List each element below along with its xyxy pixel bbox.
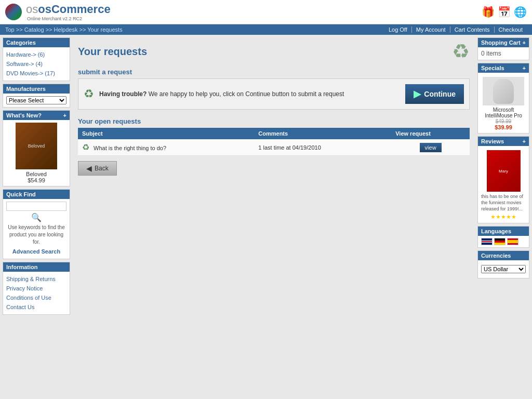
- logo-area: ososCommerce Online Merchant v2.2 RC2: [5, 3, 111, 21]
- info-shipping[interactable]: Shipping & Returns: [6, 274, 66, 284]
- review-product-image[interactable]: Mary: [487, 150, 521, 192]
- nav-logoff[interactable]: Log Off: [384, 26, 412, 33]
- back-label: Back: [95, 165, 109, 172]
- whats-new-more[interactable]: +: [63, 112, 66, 118]
- reviews-content: Mary this has to be one of the funniest …: [478, 146, 529, 223]
- reviews-box: Reviews + Mary this has to be one of the…: [477, 136, 529, 223]
- submit-text: Having trouble? We are happy to help you…: [99, 90, 344, 98]
- languages-content: [478, 236, 529, 247]
- trouble-heading: Having trouble?: [99, 90, 147, 98]
- view-button[interactable]: view: [420, 143, 442, 152]
- main-content: Your requests ♻ submit a request ♻ Havin…: [73, 35, 475, 317]
- header-icons: 🎁 📅 🌐: [482, 6, 527, 18]
- specials-box: Specials + Microsoft IntelliMouse Pro $4…: [477, 63, 529, 134]
- nav-checkout[interactable]: Checkout: [495, 26, 527, 33]
- back-arrow-icon: ◀: [86, 164, 92, 172]
- requests-table: Subject Comments View request ♻ What is …: [78, 128, 470, 156]
- breadcrumb: Top >> Catalog >> Helpdesk >> Your reque…: [5, 26, 123, 33]
- quick-find-content: 🔍 Use keywords to find the product you a…: [3, 199, 70, 259]
- right-sidebar: Shopping Cart + 0 items Specials + Micro…: [475, 35, 532, 317]
- continue-button[interactable]: ▶ Continue: [405, 84, 464, 104]
- shopping-cart-header: Shopping Cart +: [478, 38, 529, 47]
- shopping-cart-content: 0 items: [478, 47, 529, 60]
- specials-more-icon[interactable]: +: [523, 65, 526, 71]
- categories-content: Hardware-> (6) Software-> (4) DVD Movies…: [3, 47, 70, 81]
- review-stars: ★★★★★: [481, 214, 526, 220]
- info-conditions[interactable]: Conditions of Use: [6, 293, 66, 302]
- submit-box: ♻ Having trouble? We are happy to help y…: [78, 78, 470, 110]
- flag-de[interactable]: [494, 238, 506, 245]
- page-title: Your requests: [78, 46, 147, 58]
- categories-box: Categories Hardware-> (6) Software-> (4)…: [3, 37, 70, 81]
- quick-find-box: Quick Find 🔍 Use keywords to find the pr…: [3, 189, 70, 259]
- nav-cart[interactable]: Cart Contents: [450, 26, 495, 33]
- back-button-area: ◀ Back: [78, 161, 470, 176]
- search-icon[interactable]: 🔍: [31, 213, 42, 222]
- navbar: Top >> Catalog >> Helpdesk >> Your reque…: [0, 24, 532, 35]
- cart-more-icon[interactable]: +: [523, 39, 526, 46]
- specials-content: Microsoft IntelliMouse Pro $49.99 $39.99: [478, 73, 529, 133]
- whats-new-box: What's New? + Beloved Beloved $54.99: [3, 110, 70, 187]
- main-layout: Categories Hardware-> (6) Software-> (4)…: [0, 35, 532, 317]
- reviews-more-icon[interactable]: +: [523, 138, 526, 144]
- special-product-image[interactable]: [483, 77, 524, 105]
- product-image[interactable]: Beloved: [16, 123, 57, 169]
- manufacturers-header: Manufacturers: [3, 84, 70, 94]
- whats-new-header: What's New? +: [3, 111, 70, 120]
- quick-find-header: Quick Find: [3, 190, 70, 199]
- calendar-icon[interactable]: 📅: [498, 6, 511, 18]
- info-contact[interactable]: Contact Us: [6, 302, 66, 312]
- continue-arrow-icon: ▶: [414, 88, 421, 100]
- information-header: Information: [3, 262, 70, 272]
- submit-box-inner: ♻ Having trouble? We are happy to help y…: [84, 87, 344, 101]
- whats-new-content: Beloved Beloved $54.99: [3, 120, 70, 186]
- specials-header: Specials +: [478, 63, 529, 73]
- nav-myaccount[interactable]: My Account: [412, 26, 450, 33]
- currency-select[interactable]: US Dollar Euro British Pound: [481, 265, 526, 273]
- row-subject: ♻ What is the right thing to do?: [78, 139, 254, 156]
- categories-header: Categories: [3, 38, 70, 47]
- gift-icon[interactable]: 🎁: [482, 6, 495, 18]
- open-requests-section: Your open requests Subject Comments View…: [78, 117, 470, 156]
- logo-text: ososCommerce: [26, 3, 111, 16]
- nav-links: Log Off My Account Cart Contents Checkou…: [384, 26, 527, 33]
- back-button[interactable]: ◀ Back: [78, 161, 117, 176]
- header: ososCommerce Online Merchant v2.2 RC2 🎁 …: [0, 0, 532, 24]
- submit-title: submit a request: [78, 68, 470, 76]
- trouble-text: We are happy to help you, click on Conti…: [149, 90, 344, 98]
- recycle-icon-small: ♻: [84, 87, 94, 101]
- row-view: view: [391, 139, 470, 156]
- category-software[interactable]: Software-> (4): [6, 59, 66, 69]
- review-text: this has to be one of the funniest movie…: [481, 193, 526, 212]
- currencies-header: Currencies: [478, 251, 529, 260]
- flag-es[interactable]: [507, 238, 518, 245]
- product-price: $54.99: [6, 177, 67, 183]
- shopping-cart-box: Shopping Cart + 0 items: [477, 37, 529, 60]
- special-new-price: $39.99: [481, 124, 526, 130]
- reviews-header: Reviews +: [478, 137, 529, 146]
- advanced-search-link[interactable]: Advanced Search: [6, 247, 66, 256]
- continue-label: Continue: [424, 90, 456, 98]
- row-comments: 1 last time at 04/19/2010: [254, 139, 391, 156]
- table-row: ♻ What is the right thing to do? 1 last …: [78, 139, 470, 156]
- search-input[interactable]: [6, 202, 66, 211]
- recycle-icon-large: ♻: [452, 40, 470, 63]
- cart-count: 0 items: [481, 50, 526, 57]
- info-privacy[interactable]: Privacy Notice: [6, 284, 66, 293]
- col-view: View request: [391, 128, 470, 139]
- manufacturers-select[interactable]: Please Select: [6, 96, 66, 104]
- flag-en[interactable]: [481, 238, 493, 245]
- category-hardware[interactable]: Hardware-> (6): [6, 50, 66, 59]
- col-subject: Subject: [78, 128, 254, 139]
- product-name: Beloved: [6, 171, 67, 177]
- col-comments: Comments: [254, 128, 391, 139]
- logo-circle-icon: [5, 4, 22, 20]
- special-name: Microsoft IntelliMouse Pro: [481, 107, 526, 118]
- category-dvd[interactable]: DVD Movies-> (17): [6, 69, 66, 78]
- special-old-price: $49.99: [481, 118, 526, 124]
- information-box: Information Shipping & Returns Privacy N…: [3, 262, 70, 315]
- manufacturers-box: Manufacturers Please Select: [3, 84, 70, 108]
- currencies-content: US Dollar Euro British Pound: [478, 260, 529, 278]
- information-content: Shipping & Returns Privacy Notice Condit…: [3, 272, 70, 314]
- info-icon[interactable]: 🌐: [514, 6, 527, 18]
